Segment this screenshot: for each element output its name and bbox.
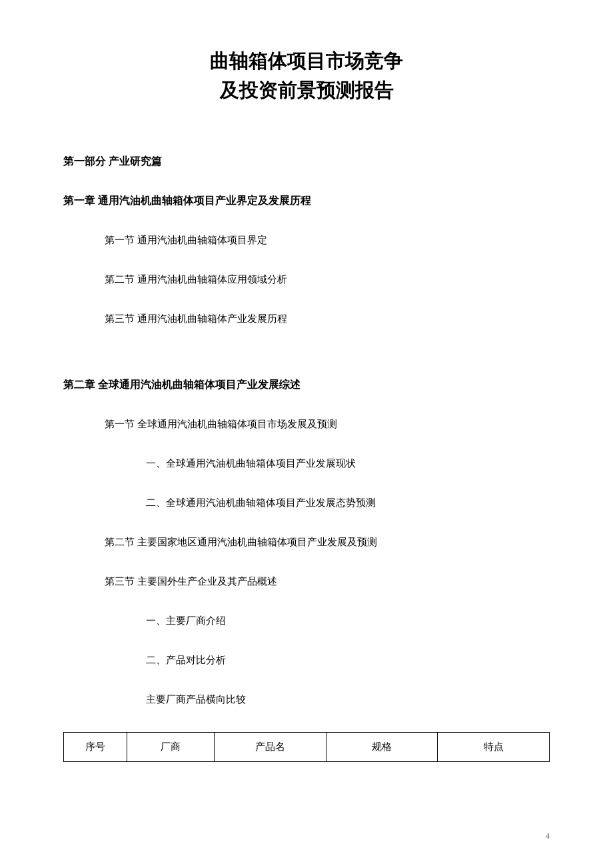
table-header-col-1: 序号 — [64, 733, 127, 762]
chapter-2-section-1: 第一节 全球通用汽油机曲轴箱体项目市场发展及预测 — [63, 417, 550, 431]
chapter-2-section-3-sub-1: 一、主要厂商介绍 — [63, 614, 550, 628]
chapter-2-heading: 第二章 全球通用汽油机曲轴箱体项目产业发展综述 — [63, 378, 550, 392]
part-heading: 第一部分 产业研究篇 — [63, 155, 550, 169]
table-header-row: 序号 厂商 产品名 规格 特点 — [64, 733, 550, 762]
chapter-1-section-2: 第二节 通用汽油机曲轴箱体应用领域分析 — [63, 273, 550, 287]
document-title: 曲轴箱体项目市场竞争 及投资前景预测报告 — [63, 47, 550, 105]
title-line-2: 及投资前景预测报告 — [63, 76, 550, 105]
chapter-1-section-1: 第一节 通用汽油机曲轴箱体项目界定 — [63, 233, 550, 247]
chapter-2-section-3-sub-2: 二、产品对比分析 — [63, 653, 550, 667]
title-line-1: 曲轴箱体项目市场竞争 — [63, 47, 550, 76]
table-header-col-2: 厂商 — [127, 733, 214, 762]
comparison-table: 序号 厂商 产品名 规格 特点 — [63, 732, 550, 762]
page-number: 4 — [546, 831, 550, 841]
chapter-2-section-1-sub-2: 二、全球通用汽油机曲轴箱体项目产业发展态势预测 — [63, 496, 550, 510]
table-header-col-3: 产品名 — [214, 733, 326, 762]
chapter-2-section-2: 第二节 主要国家地区通用汽油机曲轴箱体项目产业发展及预测 — [63, 535, 550, 549]
table-header-col-4: 规格 — [326, 733, 438, 762]
chapter-1-section-3: 第三节 通用汽油机曲轴箱体产业发展历程 — [63, 312, 550, 326]
chapter-2-section-3: 第三节 主要国外生产企业及其产品概述 — [63, 575, 550, 589]
chapter-1-heading: 第一章 通用汽油机曲轴箱体项目产业界定及发展历程 — [63, 194, 550, 208]
chapter-2-section-1-sub-1: 一、全球通用汽油机曲轴箱体项目产业发展现状 — [63, 457, 550, 471]
table-header-col-5: 特点 — [438, 733, 550, 762]
chapter-2-section-3-sub-3: 主要厂商产品横向比较 — [63, 693, 550, 707]
